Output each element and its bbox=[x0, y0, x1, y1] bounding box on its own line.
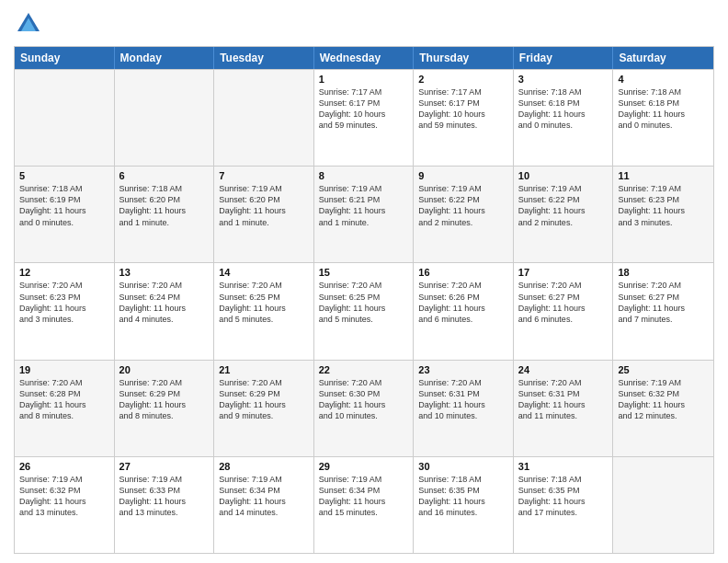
day-info: Sunrise: 7:18 AM Sunset: 6:35 PM Dayligh… bbox=[518, 474, 609, 519]
day-number: 28 bbox=[219, 461, 309, 472]
calendar-row: 12Sunrise: 7:20 AM Sunset: 6:23 PM Dayli… bbox=[15, 262, 713, 359]
calendar-day: 15Sunrise: 7:20 AM Sunset: 6:25 PM Dayli… bbox=[314, 263, 415, 359]
day-number: 11 bbox=[618, 170, 709, 181]
day-info: Sunrise: 7:20 AM Sunset: 6:26 PM Dayligh… bbox=[418, 280, 508, 325]
calendar-day: 6Sunrise: 7:18 AM Sunset: 6:20 PM Daylig… bbox=[115, 167, 215, 262]
day-info: Sunrise: 7:20 AM Sunset: 6:31 PM Dayligh… bbox=[518, 377, 609, 422]
calendar-header: SundayMondayTuesdayWednesdayThursdayFrid… bbox=[15, 47, 713, 69]
calendar-day: 29Sunrise: 7:19 AM Sunset: 6:34 PM Dayli… bbox=[314, 457, 415, 553]
day-info: Sunrise: 7:18 AM Sunset: 6:35 PM Dayligh… bbox=[418, 474, 508, 519]
day-number: 1 bbox=[319, 74, 409, 85]
calendar-body: 1Sunrise: 7:17 AM Sunset: 6:17 PM Daylig… bbox=[15, 69, 713, 553]
day-info: Sunrise: 7:19 AM Sunset: 6:34 PM Dayligh… bbox=[219, 474, 309, 519]
day-number: 14 bbox=[219, 267, 309, 278]
day-info: Sunrise: 7:19 AM Sunset: 6:34 PM Dayligh… bbox=[319, 474, 409, 519]
day-number: 23 bbox=[418, 364, 508, 375]
day-info: Sunrise: 7:19 AM Sunset: 6:22 PM Dayligh… bbox=[518, 183, 609, 228]
calendar-day: 10Sunrise: 7:19 AM Sunset: 6:22 PM Dayli… bbox=[514, 167, 614, 262]
day-number: 10 bbox=[518, 170, 609, 181]
calendar-day-empty bbox=[613, 457, 713, 553]
day-number: 26 bbox=[19, 461, 109, 472]
day-info: Sunrise: 7:18 AM Sunset: 6:20 PM Dayligh… bbox=[119, 183, 210, 228]
day-number: 19 bbox=[19, 364, 109, 375]
calendar-day: 27Sunrise: 7:19 AM Sunset: 6:33 PM Dayli… bbox=[115, 457, 215, 553]
header bbox=[14, 9, 714, 39]
calendar-day: 16Sunrise: 7:20 AM Sunset: 6:26 PM Dayli… bbox=[414, 263, 514, 359]
calendar-day: 5Sunrise: 7:18 AM Sunset: 6:19 PM Daylig… bbox=[15, 167, 115, 262]
calendar-day: 17Sunrise: 7:20 AM Sunset: 6:27 PM Dayli… bbox=[514, 263, 614, 359]
day-number: 18 bbox=[618, 267, 709, 278]
weekday-header: Sunday bbox=[15, 47, 115, 69]
calendar-day-empty bbox=[115, 70, 215, 166]
day-number: 30 bbox=[418, 461, 508, 472]
day-number: 12 bbox=[19, 267, 109, 278]
day-number: 5 bbox=[19, 170, 109, 181]
calendar-row: 5Sunrise: 7:18 AM Sunset: 6:19 PM Daylig… bbox=[15, 166, 713, 262]
day-info: Sunrise: 7:20 AM Sunset: 6:25 PM Dayligh… bbox=[319, 280, 409, 325]
day-number: 9 bbox=[418, 170, 508, 181]
calendar-day: 7Sunrise: 7:19 AM Sunset: 6:20 PM Daylig… bbox=[214, 167, 314, 262]
day-number: 8 bbox=[319, 170, 409, 181]
day-number: 7 bbox=[219, 170, 309, 181]
calendar-day: 26Sunrise: 7:19 AM Sunset: 6:32 PM Dayli… bbox=[15, 457, 115, 553]
day-info: Sunrise: 7:18 AM Sunset: 6:18 PM Dayligh… bbox=[518, 86, 609, 132]
calendar-day: 25Sunrise: 7:19 AM Sunset: 6:32 PM Dayli… bbox=[613, 361, 713, 456]
page: SundayMondayTuesdayWednesdayThursdayFrid… bbox=[0, 0, 728, 563]
weekday-header: Saturday bbox=[613, 47, 713, 69]
day-number: 29 bbox=[319, 461, 409, 472]
day-info: Sunrise: 7:19 AM Sunset: 6:22 PM Dayligh… bbox=[418, 183, 508, 228]
calendar-row: 26Sunrise: 7:19 AM Sunset: 6:32 PM Dayli… bbox=[15, 456, 713, 553]
day-number: 15 bbox=[319, 267, 409, 278]
day-info: Sunrise: 7:20 AM Sunset: 6:25 PM Dayligh… bbox=[219, 280, 309, 325]
day-info: Sunrise: 7:20 AM Sunset: 6:27 PM Dayligh… bbox=[518, 280, 609, 325]
calendar-day: 14Sunrise: 7:20 AM Sunset: 6:25 PM Dayli… bbox=[214, 263, 314, 359]
weekday-header: Thursday bbox=[414, 47, 514, 69]
calendar: SundayMondayTuesdayWednesdayThursdayFrid… bbox=[14, 46, 714, 554]
day-number: 6 bbox=[119, 170, 210, 181]
calendar-day: 8Sunrise: 7:19 AM Sunset: 6:21 PM Daylig… bbox=[314, 167, 415, 262]
calendar-day-empty bbox=[214, 70, 314, 166]
calendar-day: 21Sunrise: 7:20 AM Sunset: 6:29 PM Dayli… bbox=[214, 361, 314, 456]
calendar-day: 22Sunrise: 7:20 AM Sunset: 6:30 PM Dayli… bbox=[314, 361, 415, 456]
calendar-day: 19Sunrise: 7:20 AM Sunset: 6:28 PM Dayli… bbox=[15, 361, 115, 456]
calendar-day: 23Sunrise: 7:20 AM Sunset: 6:31 PM Dayli… bbox=[414, 361, 514, 456]
calendar-day: 4Sunrise: 7:18 AM Sunset: 6:18 PM Daylig… bbox=[613, 70, 713, 166]
calendar-day: 20Sunrise: 7:20 AM Sunset: 6:29 PM Dayli… bbox=[115, 361, 215, 456]
day-info: Sunrise: 7:17 AM Sunset: 6:17 PM Dayligh… bbox=[319, 86, 409, 132]
day-number: 3 bbox=[518, 74, 609, 85]
day-info: Sunrise: 7:20 AM Sunset: 6:31 PM Dayligh… bbox=[418, 377, 508, 422]
day-info: Sunrise: 7:19 AM Sunset: 6:23 PM Dayligh… bbox=[618, 183, 709, 228]
day-number: 24 bbox=[518, 364, 609, 375]
day-info: Sunrise: 7:18 AM Sunset: 6:19 PM Dayligh… bbox=[19, 183, 109, 228]
calendar-day: 30Sunrise: 7:18 AM Sunset: 6:35 PM Dayli… bbox=[414, 457, 514, 553]
day-number: 2 bbox=[418, 74, 508, 85]
logo-icon bbox=[14, 9, 43, 39]
calendar-row: 19Sunrise: 7:20 AM Sunset: 6:28 PM Dayli… bbox=[15, 360, 713, 456]
calendar-day: 13Sunrise: 7:20 AM Sunset: 6:24 PM Dayli… bbox=[115, 263, 215, 359]
day-number: 25 bbox=[618, 364, 709, 375]
calendar-day: 12Sunrise: 7:20 AM Sunset: 6:23 PM Dayli… bbox=[15, 263, 115, 359]
calendar-day: 1Sunrise: 7:17 AM Sunset: 6:17 PM Daylig… bbox=[314, 70, 415, 166]
calendar-row: 1Sunrise: 7:17 AM Sunset: 6:17 PM Daylig… bbox=[15, 69, 713, 166]
calendar-day: 2Sunrise: 7:17 AM Sunset: 6:17 PM Daylig… bbox=[414, 70, 514, 166]
day-info: Sunrise: 7:20 AM Sunset: 6:27 PM Dayligh… bbox=[618, 280, 709, 325]
day-info: Sunrise: 7:20 AM Sunset: 6:30 PM Dayligh… bbox=[319, 377, 409, 422]
weekday-header: Monday bbox=[115, 47, 215, 69]
logo bbox=[14, 9, 47, 39]
calendar-day: 24Sunrise: 7:20 AM Sunset: 6:31 PM Dayli… bbox=[514, 361, 614, 456]
day-info: Sunrise: 7:20 AM Sunset: 6:24 PM Dayligh… bbox=[119, 280, 210, 325]
day-info: Sunrise: 7:19 AM Sunset: 6:33 PM Dayligh… bbox=[119, 474, 210, 519]
weekday-header: Friday bbox=[514, 47, 614, 69]
day-info: Sunrise: 7:17 AM Sunset: 6:17 PM Dayligh… bbox=[418, 86, 508, 132]
day-info: Sunrise: 7:18 AM Sunset: 6:18 PM Dayligh… bbox=[618, 86, 709, 132]
day-info: Sunrise: 7:19 AM Sunset: 6:20 PM Dayligh… bbox=[219, 183, 309, 228]
calendar-day: 3Sunrise: 7:18 AM Sunset: 6:18 PM Daylig… bbox=[514, 70, 614, 166]
day-number: 27 bbox=[119, 461, 210, 472]
calendar-day: 9Sunrise: 7:19 AM Sunset: 6:22 PM Daylig… bbox=[414, 167, 514, 262]
day-info: Sunrise: 7:19 AM Sunset: 6:32 PM Dayligh… bbox=[19, 474, 109, 519]
day-info: Sunrise: 7:20 AM Sunset: 6:28 PM Dayligh… bbox=[19, 377, 109, 422]
calendar-day: 31Sunrise: 7:18 AM Sunset: 6:35 PM Dayli… bbox=[514, 457, 614, 553]
calendar-day: 11Sunrise: 7:19 AM Sunset: 6:23 PM Dayli… bbox=[613, 167, 713, 262]
calendar-day-empty bbox=[15, 70, 115, 166]
day-number: 21 bbox=[219, 364, 309, 375]
